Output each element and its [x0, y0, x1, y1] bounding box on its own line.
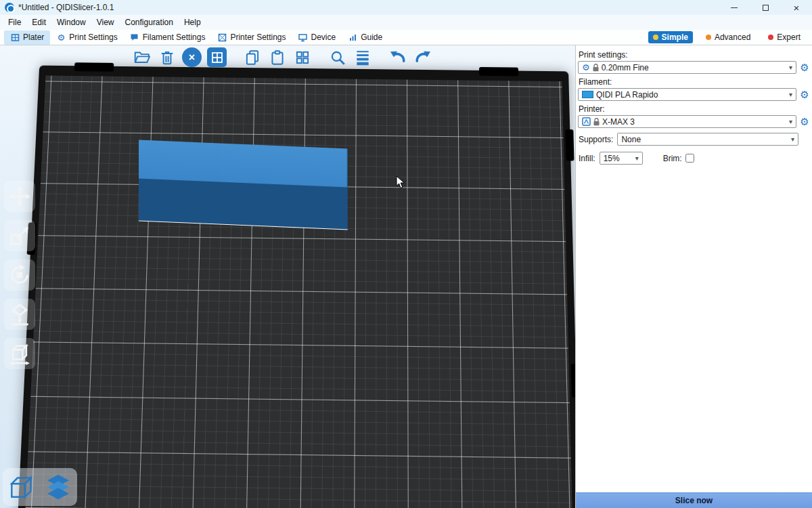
print-settings-icon: ⚙ [56, 33, 66, 42]
undo-button[interactable] [388, 47, 407, 67]
search-button[interactable] [328, 47, 347, 67]
menu-item-edit[interactable]: Edit [26, 15, 51, 30]
title-bar: *Untitled - QIDISlicer-1.0.1 × [0, 0, 812, 15]
infill-combo[interactable]: 15% ▾ [600, 152, 643, 165]
rotate-icon [8, 263, 31, 287]
printer-settings-icon [217, 33, 227, 42]
tab-filament-settings[interactable]: Filament Settings [124, 30, 212, 45]
folder-open-icon [133, 49, 151, 66]
supports-label: Supports: [579, 135, 613, 144]
layers-icon [43, 472, 73, 502]
minimize-icon [731, 7, 738, 8]
close-button[interactable]: × [781, 0, 812, 15]
menu-item-help[interactable]: Help [179, 15, 206, 30]
tab-plater[interactable]: Plater [4, 30, 50, 45]
mode-label: Expert [777, 33, 800, 42]
plater-icon [10, 33, 20, 42]
filament-color-swatch [582, 91, 593, 98]
chevron-down-icon: ▾ [635, 155, 639, 162]
maximize-icon [763, 5, 769, 11]
delete-button[interactable] [157, 47, 177, 67]
delete-all-button[interactable]: × [182, 47, 202, 67]
print-settings-label: Print settings: [579, 50, 812, 60]
model-front-face [139, 179, 347, 230]
place-on-face-tool-button[interactable] [4, 299, 35, 330]
search-icon [329, 49, 346, 66]
filament-label: Filament: [579, 77, 812, 87]
viewport-3d[interactable]: × [0, 45, 575, 508]
supports-combo[interactable]: None ▾ [617, 133, 798, 146]
chevron-down-icon: ▾ [789, 91, 792, 98]
paste-icon [269, 49, 286, 66]
filament-value: QIDI PLA Rapido [596, 90, 658, 100]
app-icon [5, 3, 14, 12]
device-icon [298, 33, 308, 42]
move-icon [8, 185, 31, 208]
print-bed [20, 76, 575, 508]
print-bed-frame [12, 66, 575, 508]
redo-button[interactable] [413, 47, 432, 67]
place-on-face-icon [8, 303, 31, 326]
tab-label: Device [311, 33, 336, 42]
mode-expert[interactable]: Expert [763, 31, 805, 43]
bed-clip [565, 129, 574, 161]
menu-item-file[interactable]: File [3, 15, 26, 30]
window-controls: × [719, 0, 812, 15]
infill-label: Infill: [579, 154, 595, 163]
print-settings-combo[interactable]: ⚙ 0.20mm Fine ▾ [578, 61, 796, 74]
minimize-button[interactable] [719, 0, 750, 15]
arrange-button[interactable] [207, 47, 227, 67]
tab-guide[interactable]: Guide [342, 30, 388, 45]
print-settings-gear-button[interactable]: ⚙ [799, 62, 810, 72]
maximize-button[interactable] [750, 0, 781, 15]
split-objects-icon [294, 49, 311, 66]
chevron-down-icon: ▾ [789, 119, 792, 125]
move-tool-button[interactable] [4, 181, 35, 212]
tab-printer-settings[interactable]: Printer Settings [211, 30, 292, 45]
rotate-tool-button[interactable] [4, 259, 35, 291]
tab-label: Print Settings [69, 33, 117, 42]
supports-row: Supports: None ▾ [579, 133, 798, 146]
print-settings-value: 0.20mm Fine [602, 63, 649, 72]
advanced-dot-icon [706, 35, 711, 40]
redo-icon [413, 48, 432, 67]
bed-clip [479, 67, 518, 77]
menu-item-configuration[interactable]: Configuration [120, 15, 179, 30]
variable-layer-height-button[interactable] [353, 47, 372, 67]
gizmo-toolbar [4, 181, 35, 369]
lock-icon [593, 64, 599, 72]
open-button[interactable] [132, 47, 152, 67]
mode-simple[interactable]: Simple [648, 31, 693, 43]
slice-now-button[interactable]: Slice now [576, 492, 812, 508]
copy-button[interactable] [242, 47, 262, 67]
cube-3d-icon [7, 472, 37, 502]
printer-gear-button[interactable]: ⚙ [799, 117, 810, 127]
editor-view-button[interactable] [5, 471, 38, 503]
paste-button[interactable] [267, 47, 287, 67]
undo-icon [388, 48, 407, 67]
tab-label: Guide [361, 33, 382, 42]
chevron-down-icon: ▾ [791, 136, 794, 143]
view-toolbar [3, 468, 77, 506]
infill-row: Infill: 15% ▾ Brim: [579, 152, 812, 165]
filament-combo[interactable]: QIDI PLA Rapido ▾ [578, 88, 796, 101]
tab-device[interactable]: Device [292, 30, 342, 45]
measure-tool-button[interactable] [4, 338, 35, 369]
preview-button[interactable] [42, 471, 74, 503]
menu-bar: File Edit Window View Configuration Help [0, 15, 812, 30]
mode-advanced[interactable]: Advanced [701, 31, 755, 43]
tab-print-settings[interactable]: ⚙ Print Settings [50, 30, 123, 45]
tab-label: Plater [23, 33, 44, 42]
settings-sidebar: Print settings: ⚙ 0.20mm Fine ▾ ⚙ Filame… [575, 45, 812, 508]
printer-combo[interactable]: X-MAX 3 ▾ [578, 115, 796, 128]
model-object[interactable] [139, 140, 347, 230]
brim-checkbox[interactable] [685, 154, 694, 163]
scale-tool-button[interactable] [4, 220, 35, 251]
infill-value: 15% [604, 154, 620, 163]
close-icon: × [794, 3, 800, 13]
menu-item-view[interactable]: View [91, 15, 120, 30]
filament-gear-button[interactable]: ⚙ [799, 89, 810, 100]
split-objects-button[interactable] [292, 47, 312, 67]
filament-settings-icon [130, 33, 139, 42]
menu-item-window[interactable]: Window [51, 15, 91, 30]
